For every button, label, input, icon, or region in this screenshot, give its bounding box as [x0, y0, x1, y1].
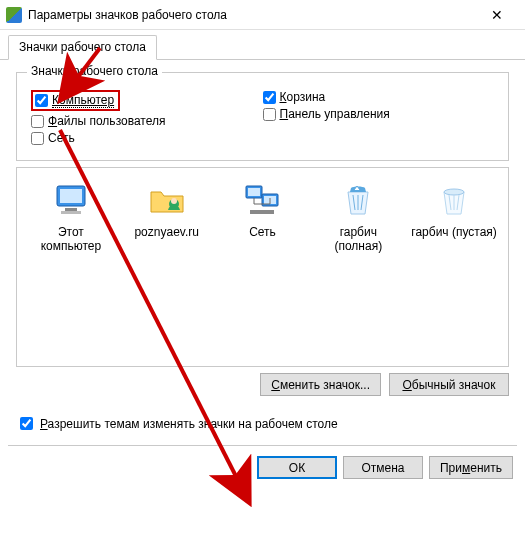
window-title: Параметры значков рабочего стола	[28, 8, 477, 22]
label-computer: Компьютер	[52, 93, 114, 107]
svg-point-11	[444, 189, 464, 195]
svg-rect-8	[248, 188, 260, 196]
preview-bin-full[interactable]: гарбич (полная)	[315, 180, 401, 254]
preview-network[interactable]: Сеть	[219, 180, 305, 240]
group-legend: Значки рабочего стола	[27, 64, 162, 78]
cancel-button[interactable]: Отмена	[343, 456, 423, 479]
label-allow-themes: Разрешить темам изменять значки на рабоч…	[40, 417, 338, 431]
label-controlpanel: Панель управления	[280, 107, 390, 121]
label-userfiles: Файлы пользователя	[48, 114, 165, 128]
label-recycle: Корзина	[280, 90, 326, 104]
preview-label-bin-empty: гарбич (пустая)	[411, 226, 497, 240]
checkbox-computer[interactable]	[35, 94, 48, 107]
titlebar: Параметры значков рабочего стола ✕	[0, 0, 525, 30]
computer-icon	[51, 180, 91, 220]
icon-buttons-row: Сменить значок... Обычный значок	[16, 367, 509, 406]
tab-content: Значки рабочего стола Компьютер Файлы по…	[0, 60, 525, 414]
checkbox-allow-themes[interactable]	[20, 417, 33, 430]
close-button[interactable]: ✕	[477, 1, 517, 29]
svg-rect-3	[61, 211, 81, 214]
app-icon	[6, 7, 22, 23]
checkbox-recycle[interactable]	[263, 91, 276, 104]
change-icon-button[interactable]: Сменить значок...	[260, 373, 381, 396]
preview-label-thispc: Этот компьютер	[28, 226, 114, 254]
user-folder-icon	[147, 180, 187, 220]
tab-desktop-icons[interactable]: Значки рабочего стола	[8, 35, 157, 60]
preview-bin-empty[interactable]: гарбич (пустая)	[411, 180, 497, 240]
preview-label-network: Сеть	[219, 226, 305, 240]
svg-point-5	[171, 198, 177, 204]
preview-thispc[interactable]: Этот компьютер	[28, 180, 114, 254]
dialog-button-row: ОК Отмена Применить	[0, 446, 525, 489]
group-desktop-icons: Значки рабочего стола Компьютер Файлы по…	[16, 72, 509, 161]
svg-rect-10	[250, 210, 274, 214]
label-network: Сеть	[48, 131, 75, 145]
checkbox-userfiles[interactable]	[31, 115, 44, 128]
preview-user[interactable]: poznyaev.ru	[124, 180, 210, 240]
highlight-computer: Компьютер	[31, 90, 120, 111]
svg-rect-1	[60, 189, 82, 203]
recycle-full-icon	[338, 180, 378, 220]
svg-rect-2	[65, 208, 77, 211]
icon-preview-panel: Этот компьютер poznyaev.ru Сеть гарбич (…	[16, 167, 509, 367]
default-icon-button[interactable]: Обычный значок	[389, 373, 509, 396]
ok-button[interactable]: ОК	[257, 456, 337, 479]
preview-label-bin-full: гарбич (полная)	[315, 226, 401, 254]
checkbox-network[interactable]	[31, 132, 44, 145]
recycle-empty-icon	[434, 180, 474, 220]
preview-label-user: poznyaev.ru	[124, 226, 210, 240]
checkbox-controlpanel[interactable]	[263, 108, 276, 121]
tab-strip: Значки рабочего стола	[0, 30, 525, 60]
network-icon	[242, 180, 282, 220]
apply-button[interactable]: Применить	[429, 456, 513, 479]
